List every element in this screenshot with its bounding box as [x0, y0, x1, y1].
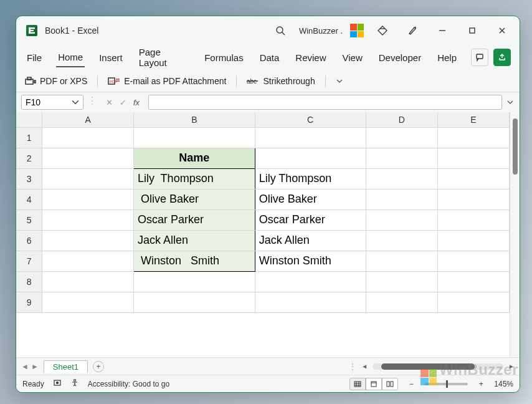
sheet-nav[interactable]: ◄►: [21, 362, 39, 371]
cell[interactable]: [42, 209, 134, 230]
share-button[interactable]: [493, 49, 511, 66]
cell[interactable]: [437, 230, 509, 251]
select-all-triangle[interactable]: [16, 112, 42, 127]
row-header-7[interactable]: 7: [16, 251, 42, 271]
macro-record-icon[interactable]: [53, 378, 62, 389]
column-header-A[interactable]: A: [42, 112, 134, 127]
accessibility-icon[interactable]: [70, 378, 79, 389]
cell[interactable]: [437, 209, 509, 230]
row-header-3[interactable]: 3: [16, 168, 42, 189]
enter-formula-icon[interactable]: ✓: [117, 98, 128, 107]
column-header-C[interactable]: C: [255, 112, 366, 127]
cell[interactable]: [255, 127, 366, 148]
view-normal-button[interactable]: [349, 378, 366, 390]
vertical-scrollbar[interactable]: [510, 112, 520, 357]
formula-bar-expand[interactable]: [506, 95, 515, 110]
qat-strikethrough[interactable]: abc Strikethrough: [247, 76, 315, 86]
hscroll-left[interactable]: ◄: [361, 363, 368, 370]
cell[interactable]: [437, 148, 509, 168]
cell[interactable]: [437, 168, 509, 189]
tab-home[interactable]: Home: [56, 48, 85, 67]
zoom-out-button[interactable]: −: [407, 380, 416, 388]
tab-data[interactable]: Data: [258, 49, 282, 67]
tab-formulas[interactable]: Formulas: [202, 49, 245, 67]
minimize-button[interactable]: [431, 19, 454, 42]
cell[interactable]: [133, 271, 255, 292]
comments-button[interactable]: [471, 49, 488, 66]
cell[interactable]: [437, 251, 509, 271]
tab-review[interactable]: Review: [293, 49, 328, 67]
cell[interactable]: [437, 271, 509, 292]
tab-insert[interactable]: Insert: [97, 49, 125, 67]
cell-B2[interactable]: Name: [133, 148, 255, 168]
premium-icon[interactable]: [371, 19, 394, 42]
maximize-button[interactable]: [461, 19, 483, 42]
view-page-layout-button[interactable]: [366, 378, 382, 390]
horizontal-scrollbar[interactable]: [373, 363, 503, 370]
cell[interactable]: [366, 148, 437, 168]
cell[interactable]: [133, 127, 255, 148]
qat-pdf-or-xps[interactable]: PDF or XPS: [25, 76, 87, 86]
cell[interactable]: [366, 168, 437, 189]
cell[interactable]: [42, 148, 134, 168]
cell[interactable]: [133, 292, 255, 312]
cell[interactable]: [366, 209, 437, 230]
qat-email-pdf[interactable]: PDF E-mail as PDF Attachment: [108, 76, 226, 86]
tell-me-search-icon[interactable]: [269, 19, 292, 42]
cell-B5[interactable]: Oscar Parker: [133, 209, 255, 230]
zoom-slider[interactable]: [424, 383, 468, 385]
column-header-D[interactable]: D: [366, 112, 437, 127]
cell[interactable]: [366, 292, 437, 312]
cell[interactable]: [366, 230, 437, 251]
cell-B3[interactable]: Lily Thompson: [133, 168, 255, 189]
row-header-9[interactable]: 9: [16, 292, 42, 312]
splitter-dots[interactable]: ⋮: [349, 362, 356, 371]
row-header-4[interactable]: 4: [16, 189, 42, 209]
cell[interactable]: [437, 189, 509, 209]
cell[interactable]: [437, 292, 509, 312]
copilot-icon[interactable]: [401, 19, 424, 42]
cell-B4[interactable]: Olive Baker: [133, 189, 255, 209]
cell[interactable]: [42, 271, 134, 292]
close-button[interactable]: [491, 19, 513, 42]
row-header-6[interactable]: 6: [16, 230, 42, 251]
tab-file[interactable]: File: [25, 49, 44, 67]
name-box[interactable]: F10: [21, 95, 83, 110]
zoom-in-button[interactable]: +: [477, 380, 485, 388]
cell-C4[interactable]: Olive Baker: [255, 189, 366, 209]
scroll-thumb[interactable]: [513, 118, 518, 175]
tab-page-layout[interactable]: Page Layout: [137, 43, 190, 72]
row-header-5[interactable]: 5: [16, 209, 42, 230]
tab-developer[interactable]: Developer: [377, 49, 423, 67]
cancel-formula-icon[interactable]: ✕: [103, 98, 115, 107]
row-header-2[interactable]: 2: [16, 148, 42, 168]
cell[interactable]: [42, 189, 134, 209]
add-sheet-button[interactable]: +: [93, 361, 104, 372]
column-header-E[interactable]: E: [437, 112, 509, 127]
insert-function-icon[interactable]: fx: [131, 98, 142, 107]
column-header-B[interactable]: B: [133, 112, 255, 127]
cell[interactable]: [42, 230, 134, 251]
cell-B6[interactable]: Jack Allen: [133, 230, 255, 251]
cell[interactable]: [42, 127, 134, 148]
scroll-thumb[interactable]: [381, 363, 475, 370]
cell[interactable]: [42, 251, 134, 271]
tab-view[interactable]: View: [341, 49, 364, 67]
cell[interactable]: [437, 127, 509, 148]
cell[interactable]: [366, 251, 437, 271]
cell[interactable]: [42, 292, 134, 312]
cell-C7[interactable]: Winston Smith: [255, 251, 366, 271]
row-header-8[interactable]: 8: [16, 271, 42, 292]
cell[interactable]: [366, 271, 437, 292]
chevron-down-icon[interactable]: [72, 99, 79, 106]
cell[interactable]: [255, 271, 366, 292]
cell-C3[interactable]: Lily Thompson: [255, 168, 366, 189]
formula-input[interactable]: [148, 95, 502, 110]
cell[interactable]: [255, 148, 366, 168]
cell[interactable]: [366, 127, 437, 148]
cell[interactable]: [366, 189, 437, 209]
cell-grid[interactable]: A B C D E 1 2Name 3Lily ThompsonLily Tho…: [16, 112, 510, 357]
view-page-break-button[interactable]: [382, 378, 398, 390]
cell[interactable]: [42, 168, 134, 189]
row-header-1[interactable]: 1: [16, 127, 42, 148]
